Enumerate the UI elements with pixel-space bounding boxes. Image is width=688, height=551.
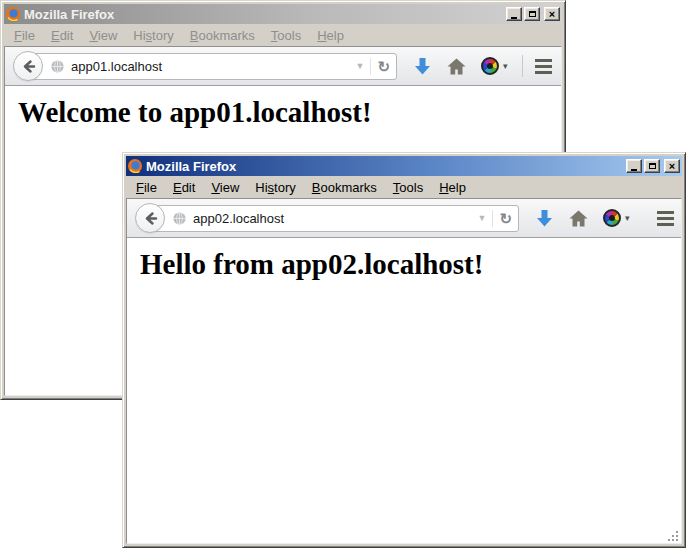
url-bar[interactable]: app01.localhost ▼ ↻ [27, 53, 397, 80]
minimize-icon [511, 17, 517, 19]
dropdown-caret-icon: ▾ [503, 61, 508, 71]
menu-bookmarks[interactable]: Bookmarks [182, 27, 263, 44]
url-text[interactable]: app01.localhost [71, 59, 350, 74]
menu-edit[interactable]: Edit [43, 27, 81, 44]
menu-view[interactable]: View [203, 179, 247, 196]
maximize-button[interactable] [524, 7, 540, 21]
menu-help[interactable]: Help [309, 27, 352, 44]
minimize-button[interactable] [506, 7, 522, 21]
menu-help[interactable]: Help [431, 179, 474, 196]
page-heading: Hello from app02.localhost! [140, 248, 681, 281]
reload-icon[interactable]: ↻ [499, 211, 512, 226]
reload-icon[interactable]: ↻ [377, 59, 390, 74]
dropdown-caret-icon: ▾ [625, 213, 630, 223]
client-area: app02.localhost ▼ ↻ ▾ [126, 198, 682, 544]
back-icon [20, 58, 37, 75]
maximize-button[interactable] [644, 159, 660, 173]
site-identity-globe-icon[interactable] [172, 211, 187, 226]
home-icon [569, 210, 588, 227]
url-dropdown-icon[interactable]: ▼ [356, 61, 365, 71]
window-title: Mozilla Firefox [24, 7, 114, 22]
download-button[interactable] [414, 57, 431, 76]
menu-view[interactable]: View [81, 27, 125, 44]
window-controls: × [506, 7, 560, 21]
urlbar-divider [370, 58, 371, 75]
download-button[interactable] [536, 209, 553, 228]
url-bar[interactable]: app02.localhost ▼ ↻ [149, 205, 519, 232]
menu-history[interactable]: History [125, 27, 181, 44]
extension-button[interactable]: ▾ [481, 57, 508, 75]
resize-grip[interactable] [667, 529, 680, 542]
menu-file[interactable]: File [128, 179, 165, 196]
maximize-icon [529, 11, 536, 17]
close-button[interactable]: × [544, 7, 560, 21]
content-area: Hello from app02.localhost! [127, 238, 681, 543]
download-icon [536, 209, 553, 228]
menu-history[interactable]: History [247, 179, 303, 196]
close-icon: × [549, 9, 555, 20]
minimize-button[interactable] [626, 159, 642, 173]
close-button[interactable]: × [664, 159, 680, 173]
menu-bookmarks[interactable]: Bookmarks [304, 179, 385, 196]
firefox-logo-icon [128, 159, 142, 173]
hamburger-icon [657, 211, 674, 214]
extension-button[interactable]: ▾ [603, 209, 630, 227]
nav-toolbar: app02.localhost ▼ ↻ ▾ [127, 199, 681, 238]
back-button[interactable] [135, 203, 165, 233]
firefox-logo-icon [6, 7, 20, 21]
titlebar[interactable]: Mozilla Firefox × [4, 4, 562, 24]
page-heading: Welcome to app01.localhost! [18, 96, 561, 129]
close-icon: × [669, 161, 675, 172]
home-button[interactable] [447, 58, 466, 75]
menu-file[interactable]: File [6, 27, 43, 44]
menu-button[interactable] [657, 211, 674, 226]
url-dropdown-icon[interactable]: ▼ [478, 213, 487, 223]
menu-tools[interactable]: Tools [263, 27, 309, 44]
hamburger-icon [535, 59, 552, 62]
urlbar-divider [492, 210, 493, 227]
menubar: File Edit View History Bookmarks Tools H… [4, 24, 562, 46]
minimize-icon [631, 169, 637, 171]
titlebar[interactable]: Mozilla Firefox × [126, 156, 682, 176]
nav-toolbar: app01.localhost ▼ ↻ ▾ [5, 47, 561, 86]
color-wheel-icon [603, 209, 621, 227]
menubar: File Edit View History Bookmarks Tools H… [126, 176, 682, 198]
url-text[interactable]: app02.localhost [193, 211, 472, 226]
site-identity-globe-icon[interactable] [50, 59, 65, 74]
home-button[interactable] [569, 210, 588, 227]
menu-tools[interactable]: Tools [385, 179, 431, 196]
maximize-icon [649, 163, 656, 169]
menu-button[interactable] [535, 59, 552, 74]
browser-window-2: Mozilla Firefox × File Edit View History… [122, 152, 686, 548]
back-button[interactable] [13, 51, 43, 81]
home-icon [447, 58, 466, 75]
menu-edit[interactable]: Edit [165, 179, 203, 196]
window-title: Mozilla Firefox [146, 159, 236, 174]
window-controls: × [626, 159, 680, 173]
desktop: Mozilla Firefox × File Edit View History… [0, 0, 688, 551]
color-wheel-icon [481, 57, 499, 75]
download-icon [414, 57, 431, 76]
back-icon [142, 210, 159, 227]
